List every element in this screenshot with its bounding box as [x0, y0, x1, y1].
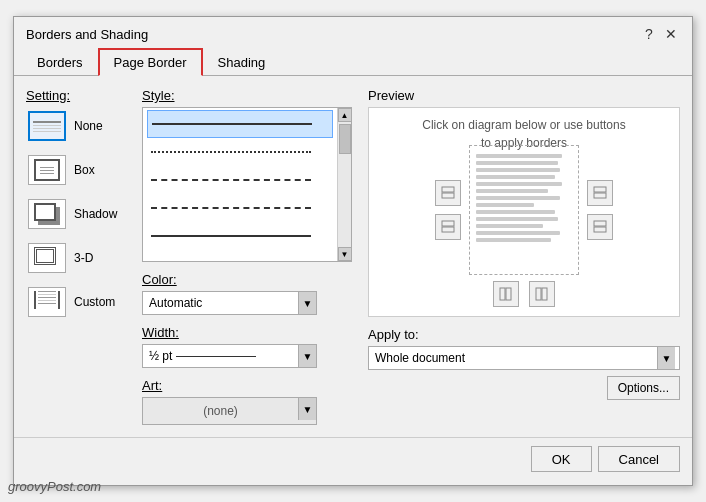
color-dropdown-arrow[interactable]: ▼ — [298, 292, 316, 314]
dialog-content: Setting: None — [14, 76, 692, 433]
setting-box-icon — [28, 155, 66, 185]
preview-bottom-btn-1[interactable] — [493, 281, 519, 307]
dialog-footer: OK Cancel — [14, 437, 692, 480]
style-dotted[interactable] — [147, 138, 333, 166]
style-label: Style: — [142, 88, 352, 103]
svg-rect-8 — [500, 288, 505, 300]
options-button[interactable]: Options... — [607, 376, 680, 400]
setting-none[interactable]: None — [26, 109, 126, 143]
art-dropdown-arrow[interactable]: ▼ — [298, 398, 316, 420]
scroll-up-btn[interactable]: ▲ — [338, 108, 352, 122]
setting-box-label: Box — [74, 163, 95, 177]
cancel-button[interactable]: Cancel — [598, 446, 680, 472]
color-value: Automatic — [143, 292, 298, 314]
ok-button[interactable]: OK — [531, 446, 592, 472]
svg-rect-5 — [594, 193, 606, 198]
svg-rect-9 — [506, 288, 511, 300]
title-bar: Borders and Shading ? ✕ — [14, 17, 692, 47]
preview-bottom-btns — [493, 281, 555, 307]
setting-panel: Setting: None — [26, 88, 126, 425]
width-dropdown[interactable]: ½ pt ▼ — [142, 344, 317, 368]
svg-rect-1 — [442, 193, 454, 198]
setting-none-label: None — [74, 119, 103, 133]
setting-custom-label: Custom — [74, 295, 115, 309]
svg-rect-7 — [594, 227, 606, 232]
style-long-dashed[interactable] — [147, 194, 333, 222]
svg-rect-2 — [442, 221, 454, 226]
setting-3d-icon — [28, 243, 66, 273]
setting-box[interactable]: Box — [26, 153, 126, 187]
svg-rect-10 — [536, 288, 541, 300]
color-label: Color: — [142, 272, 352, 287]
width-section: Width: ½ pt ▼ — [142, 325, 352, 368]
preview-top-left-btn[interactable] — [435, 180, 461, 206]
preview-bottom-left-btn[interactable] — [435, 214, 461, 240]
apply-label: Apply to: — [368, 327, 419, 342]
setting-label: Setting: — [26, 88, 126, 103]
color-section: Color: Automatic ▼ — [142, 272, 352, 315]
svg-rect-11 — [542, 288, 547, 300]
tab-page-border[interactable]: Page Border — [98, 48, 203, 76]
preview-label: Preview — [368, 88, 680, 103]
preview-panel: Preview Click on diagram below or use bu… — [368, 88, 680, 425]
tab-bar: Borders Page Border Shading — [14, 47, 692, 76]
preview-box: Click on diagram below or use buttons to… — [368, 107, 680, 317]
dialog-title: Borders and Shading — [26, 27, 148, 42]
width-row: ½ pt ▼ — [142, 344, 352, 368]
svg-rect-0 — [442, 187, 454, 192]
setting-custom[interactable]: Custom — [26, 285, 126, 319]
help-button[interactable]: ? — [640, 25, 658, 43]
scroll-down-btn[interactable]: ▼ — [338, 247, 352, 261]
art-label: Art: — [142, 378, 352, 393]
preview-document — [469, 145, 579, 275]
style-dashed[interactable] — [147, 166, 333, 194]
svg-rect-4 — [594, 187, 606, 192]
setting-custom-icon — [28, 287, 66, 317]
style-scrollbar[interactable]: ▲ ▼ — [337, 108, 351, 261]
setting-3d[interactable]: 3-D — [26, 241, 126, 275]
svg-rect-6 — [594, 221, 606, 226]
style-list-wrap: ▲ ▼ — [142, 107, 352, 262]
svg-rect-3 — [442, 227, 454, 232]
setting-shadow-icon — [28, 199, 66, 229]
watermark: groovyPost.com — [8, 479, 101, 494]
width-dropdown-arrow[interactable]: ▼ — [298, 345, 316, 367]
tab-shading[interactable]: Shading — [203, 48, 281, 76]
art-dropdown[interactable]: (none) ▼ — [142, 397, 317, 425]
scroll-thumb[interactable] — [339, 124, 351, 154]
preview-top-right-btn[interactable] — [587, 180, 613, 206]
tab-borders[interactable]: Borders — [22, 48, 98, 76]
width-value: ½ pt — [143, 345, 298, 367]
close-button[interactable]: ✕ — [662, 25, 680, 43]
style-panel: Style: — [142, 88, 352, 425]
borders-and-shading-dialog: Borders and Shading ? ✕ Borders Page Bor… — [13, 16, 693, 486]
art-value: (none) — [143, 398, 298, 424]
style-list[interactable] — [143, 108, 337, 261]
preview-bottom-right-btn[interactable] — [587, 214, 613, 240]
color-dropdown[interactable]: Automatic ▼ — [142, 291, 317, 315]
setting-3d-label: 3-D — [74, 251, 93, 265]
preview-bottom-btn-2[interactable] — [529, 281, 555, 307]
art-row: (none) ▼ — [142, 397, 352, 425]
title-bar-controls: ? ✕ — [640, 25, 680, 43]
setting-shadow[interactable]: Shadow — [26, 197, 126, 231]
width-label: Width: — [142, 325, 352, 340]
setting-shadow-label: Shadow — [74, 207, 117, 221]
color-row: Automatic ▼ — [142, 291, 352, 315]
apply-dropdown-arrow[interactable]: ▼ — [657, 347, 675, 369]
apply-section: Apply to: — [368, 327, 680, 342]
style-solid[interactable] — [147, 110, 333, 138]
apply-dropdown[interactable]: Whole document ▼ — [368, 346, 680, 370]
style-dot-dash[interactable] — [147, 222, 333, 250]
art-section: Art: (none) ▼ — [142, 378, 352, 425]
setting-none-icon — [28, 111, 66, 141]
